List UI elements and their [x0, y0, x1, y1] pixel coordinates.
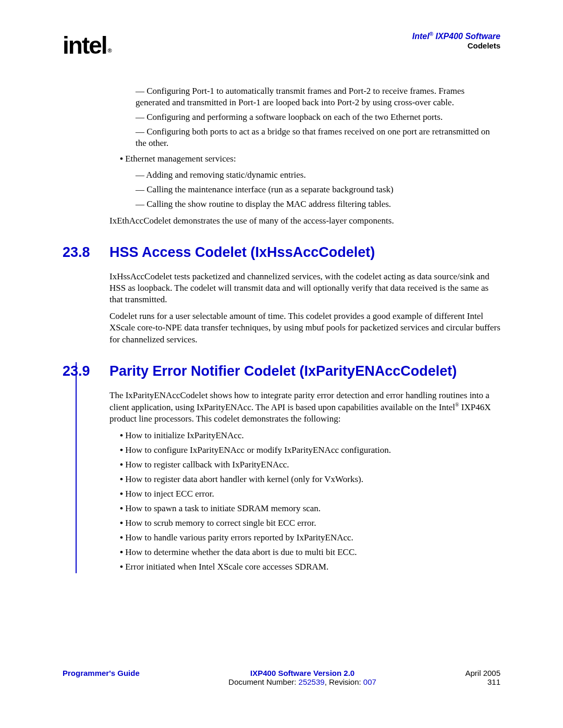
- list-item: How to determine whether the data abort …: [120, 547, 500, 558]
- list-item: How to spawn a task to initiate SDRAM me…: [120, 503, 500, 514]
- section-number: 23.8: [63, 243, 109, 262]
- list-item: How to register data abort handler with …: [120, 474, 500, 485]
- header-product-name: IXP400 Software: [433, 32, 500, 41]
- section-number: 23.9: [63, 362, 109, 380]
- list-item: Ethernet management services: Adding and…: [120, 153, 500, 209]
- section-23-9-heading: 23.9 Parity Error Notifier Codelet (IxPa…: [63, 362, 500, 380]
- text: How to handle various parity errors repo…: [125, 533, 353, 542]
- registered-icon: ®: [430, 31, 433, 37]
- text: , Revision:: [325, 677, 363, 686]
- text: How to configure IxParityENAcc or modify…: [125, 445, 391, 455]
- list-item: How to configure IxParityENAcc or modify…: [120, 445, 500, 456]
- paragraph: IxEthAccCodelet demonstrates the use of …: [109, 215, 500, 227]
- page-header: intel® Intel® IXP400 Software Codelets: [63, 31, 500, 59]
- header-chapter: Codelets: [412, 41, 500, 50]
- section-title: HSS Access Codelet (IxHssAccCodelet): [109, 243, 375, 262]
- intel-logo: intel®: [63, 31, 110, 59]
- eth-mgmt-sublist: Adding and removing static/dynamic entri…: [136, 169, 500, 210]
- top-dash-list: Configuring Port-1 to automatically tran…: [136, 85, 500, 149]
- text: Calling the maintenance interface (run a…: [146, 184, 393, 194]
- footer-center: IXP400 Software Version 2.0 Document Num…: [140, 669, 466, 686]
- change-bar-section: 23.9 Parity Error Notifier Codelet (IxPa…: [76, 362, 500, 573]
- text: Document Number:: [228, 677, 298, 686]
- text: How to register data abort handler with …: [125, 474, 363, 484]
- section-23-8-heading: 23.8 HSS Access Codelet (IxHssAccCodelet…: [63, 243, 500, 262]
- revision: 007: [363, 677, 376, 686]
- list-item: How to register callback with IxParityEN…: [120, 459, 500, 471]
- list-item: How to handle various parity errors repo…: [120, 532, 500, 544]
- page-footer: Programmer's Guide IXP400 Software Versi…: [63, 669, 500, 686]
- text: How to register callback with IxParityEN…: [125, 460, 289, 470]
- header-product: Intel® IXP400 Software Codelets: [412, 31, 500, 50]
- list-item: How to initialize IxParityENAcc.: [120, 430, 500, 441]
- eth-mgmt-block: Ethernet management services: Adding and…: [120, 153, 500, 209]
- text: How to determine whether the data abort …: [125, 547, 357, 557]
- footer-date: April 2005: [465, 669, 500, 677]
- footer-left: Programmer's Guide: [63, 669, 140, 686]
- list-item: Calling the show routine to display the …: [136, 199, 500, 210]
- text: Configuring both ports to act as a bridg…: [136, 127, 490, 148]
- text: Error initiated when Intel XScale core a…: [125, 562, 328, 572]
- text: The IxParityENAccCodelet shows how to in…: [109, 390, 489, 412]
- registered-icon: ®: [455, 402, 459, 408]
- text: Ethernet management services:: [125, 154, 236, 164]
- header-product-brand: Intel: [412, 32, 430, 41]
- list-item: Configuring Port-1 to automatically tran…: [136, 85, 500, 108]
- list-item: How to scrub memory to correct single bi…: [120, 517, 500, 529]
- text: Configuring and performing a software lo…: [146, 112, 443, 122]
- section-title: Parity Error Notifier Codelet (IxParityE…: [109, 362, 457, 380]
- text: How to initialize IxParityENAcc.: [125, 430, 244, 440]
- paragraph: Codelet runs for a user selectable amoun…: [109, 311, 500, 345]
- list-item: Error initiated when Intel XScale core a…: [120, 561, 500, 573]
- main-content: Configuring Port-1 to automatically tran…: [109, 85, 500, 573]
- footer-version: IXP400 Software Version 2.0: [140, 669, 466, 677]
- logo-text: intel: [63, 32, 107, 59]
- text: How to scrub memory to correct single bi…: [125, 518, 316, 528]
- page-number: 311: [465, 677, 500, 686]
- list-item: Calling the maintenance interface (run a…: [136, 184, 500, 195]
- paragraph: IxHssAccCodelet tests packetized and cha…: [109, 271, 500, 305]
- footer-docnum: Document Number: 252539, Revision: 007: [140, 677, 466, 686]
- footer-right: April 2005 311: [465, 669, 500, 686]
- list-item: How to inject ECC error.: [120, 488, 500, 500]
- paragraph: The IxParityENAccCodelet shows how to in…: [109, 390, 500, 425]
- text: How to spawn a task to initiate SDRAM me…: [125, 503, 321, 513]
- registered-icon: ®: [108, 47, 111, 54]
- list-item: Configuring both ports to act as a bridg…: [136, 126, 500, 149]
- list-item: Configuring and performing a software lo…: [136, 112, 500, 123]
- text: Adding and removing static/dynamic entri…: [146, 170, 305, 180]
- doc-number: 252539: [299, 677, 325, 686]
- text: How to inject ECC error.: [125, 489, 214, 499]
- text: Configuring Port-1 to automatically tran…: [136, 86, 464, 107]
- text: Calling the show routine to display the …: [146, 199, 391, 209]
- list-item: Adding and removing static/dynamic entri…: [136, 169, 500, 181]
- section-239-bullets: How to initialize IxParityENAcc. How to …: [120, 430, 500, 573]
